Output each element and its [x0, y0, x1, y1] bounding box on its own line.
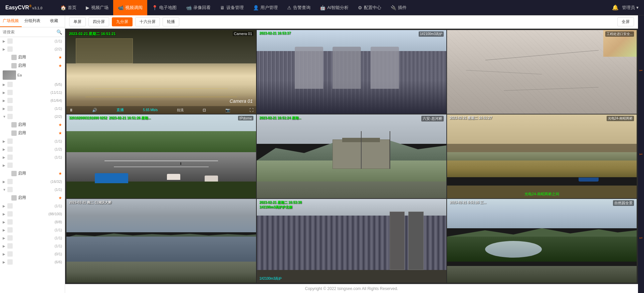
folder-icon — [7, 46, 13, 52]
list-item[interactable]: 启用 ★ — [0, 61, 65, 70]
list-item[interactable]: ▼ (1/1) — [0, 186, 65, 194]
list-item[interactable]: 启用 ★ — [0, 169, 65, 178]
tree-arrow-icon: ▶ — [3, 236, 7, 240]
list-item[interactable]: ▶ (1/1) — [0, 226, 65, 234]
alert-icon: ⚠ — [287, 5, 291, 10]
camera-cell-1[interactable]: 2023-02-21 星期二 16:51:21 Camera 01 ⏸ 🔊 直播… — [66, 30, 256, 114]
tree-arrow-icon: ▶ — [3, 204, 7, 208]
nav-ai-label: AI智能分析 — [327, 5, 349, 11]
list-item[interactable]: ▶ (1/1) — [0, 37, 65, 45]
star-icon: ★ — [58, 131, 62, 135]
list-item[interactable]: ▶ (1/1) — [0, 234, 65, 242]
tree-item-count: (1/1) — [54, 244, 62, 248]
camera-cell-4[interactable]: 3201020003191690 0252 2023-02-21 16:51:2… — [66, 114, 256, 198]
nav-device-label: 设备管理 — [226, 5, 244, 11]
list-item[interactable]: 启用 ★ — [0, 194, 65, 202]
sixteen-screen-button[interactable]: 十六分屏 — [135, 17, 160, 26]
list-item[interactable]: ▶ (1/1) — [0, 137, 65, 145]
camera-overlay-1: 2023-02-21 星期二 16:51:21 Camera 01 — [66, 30, 256, 38]
single-screen-button[interactable]: 单屏 — [69, 17, 86, 26]
camera-cell-9[interactable]: 2023-02-21 6:51:26 三... 自然园全景 — [447, 199, 637, 283]
fit-icon[interactable]: ⊡ — [203, 108, 206, 112]
admin-button[interactable]: 管理员 ▾ — [622, 5, 639, 11]
sidebar: 广场视频 分组列表 收藏 🔍 ▶ (1/1) ▶ (2/2) — [0, 15, 65, 293]
list-item[interactable]: Ea — [0, 70, 65, 80]
camera-overlay-7: 2023-02-21 南二 口湖滨大桥 — [66, 199, 256, 206]
nav-home-label: 首页 — [68, 5, 76, 11]
list-item[interactable]: ▶ (2/2) — [0, 45, 65, 53]
list-item[interactable]: ▶ (1/1) — [0, 242, 65, 250]
pause-icon[interactable]: ⏸ — [69, 108, 73, 112]
video-monitor-icon: 📹 — [118, 5, 124, 10]
nav-config[interactable]: ⚙ 配置中心 — [353, 0, 386, 15]
tab-venue[interactable]: 广场视频 — [0, 15, 22, 27]
tree-item-count: (11/11) — [50, 90, 62, 94]
camera-label-3: 工程处进口安全... — [605, 31, 634, 37]
fullscreen-button[interactable]: 全屏 — [617, 17, 634, 26]
camera-cell-5[interactable]: 2023-02-21 16:51:24 星期... 六安-息河桥 — [257, 114, 446, 198]
nav-home[interactable]: 🏠 首页 — [56, 0, 81, 15]
app-trademark: ® — [29, 4, 31, 8]
folder-icon — [7, 243, 13, 249]
device-icon: 🖥 — [220, 5, 225, 10]
tree-item-count: (2/2) — [54, 114, 62, 118]
nav-plugins[interactable]: 🔌 插件 — [386, 0, 411, 15]
user-icon: 👤 — [253, 5, 259, 10]
list-item[interactable]: ▶ (1/1) — [0, 153, 65, 161]
search-icon[interactable]: 🔍 — [56, 29, 62, 35]
sidebar-search-bar: 🔍 — [0, 27, 65, 37]
list-item[interactable]: ▶ (1/1) — [0, 202, 65, 210]
list-item[interactable]: ▶ (5/5) — [0, 80, 65, 88]
tree-item-label: 启用 — [18, 54, 58, 60]
list-item[interactable]: ▶ — [0, 161, 65, 169]
live-badge: 直播 — [117, 107, 124, 112]
tree-arrow-icon: ▶ — [3, 180, 7, 184]
camera-thumbnail — [3, 70, 16, 80]
list-item[interactable]: 启用 ★ — [0, 129, 65, 137]
camera-cell-8[interactable]: 2023-02-21 星期二 16:53:381#2190m3高炉炉北侧 1#2… — [257, 199, 446, 283]
list-item[interactable]: ▶ (1/1) — [0, 104, 65, 112]
nav-ai[interactable]: 🤖 AI智能分析 — [315, 0, 353, 15]
nine-screen-button[interactable]: 九分屏 — [112, 17, 133, 26]
tree-arrow-icon: ▶ — [3, 83, 7, 86]
camera-cell-6[interactable]: 2023-02-21 星期二 16:51:27 光电24-南昭两桥 光电24-南… — [447, 114, 637, 198]
nav-video-plaza[interactable]: ▶ 视频广场 — [81, 0, 113, 15]
list-item[interactable]: ▶ (6/6) — [0, 258, 65, 266]
list-item[interactable]: ▶ (8/8) — [0, 218, 65, 226]
tab-collect[interactable]: 收藏 — [43, 15, 65, 27]
camera-icon — [11, 171, 17, 176]
camera-cell-3[interactable]: 工程处进口安全... — [447, 30, 637, 114]
nav-user-mgmt[interactable]: 👤 用户管理 — [248, 0, 282, 15]
tour-button[interactable]: 轮播 — [163, 17, 179, 26]
main-nav: 🏠 首页 ▶ 视频广场 📹 视频调阅 📍 电子地图 📹 录像回看 🖥 设备管理 … — [56, 0, 612, 15]
list-item[interactable]: ▼ (2/2) — [0, 112, 65, 120]
camera-overlay-8: 2023-02-21 星期二 16:53:381#2190m3高炉炉北侧 — [257, 199, 446, 211]
list-item[interactable]: ▶ (16/32) — [0, 178, 65, 186]
camera-timestamp-9: 2023-02-21 6:51:26 三... — [450, 200, 486, 205]
list-item[interactable]: 启用 ★ — [0, 120, 65, 129]
tab-group[interactable]: 分组列表 — [22, 15, 43, 27]
nav-alert[interactable]: ⚠ 告警查询 — [282, 0, 315, 15]
camera-cell-7[interactable]: 2023-02-21 南二 口湖滨大桥 — [66, 199, 256, 283]
bell-icon[interactable]: 🔔 — [612, 4, 619, 11]
list-item[interactable]: ▶ (1/2) — [0, 145, 65, 153]
screenshot-icon[interactable]: 📷 — [225, 108, 230, 112]
camera-icon — [11, 63, 17, 68]
list-item[interactable]: ▶ (11/11) — [0, 88, 65, 96]
pull-stream-icon[interactable]: 拉流 — [177, 108, 184, 112]
nav-device-mgmt[interactable]: 🖥 设备管理 — [215, 0, 248, 15]
list-item[interactable]: ▶ (61/64) — [0, 96, 65, 104]
list-item[interactable]: 启用 ★ — [0, 53, 65, 61]
search-input[interactable] — [3, 30, 56, 34]
nav-replay[interactable]: 📹 录像回看 — [181, 0, 215, 15]
fullscreen-cam-icon[interactable]: ⛶ — [249, 108, 253, 112]
nav-map[interactable]: 📍 电子地图 — [147, 0, 181, 15]
sidebar-tabs: 广场视频 分组列表 收藏 — [0, 15, 65, 27]
volume-icon[interactable]: 🔊 — [92, 108, 97, 112]
folder-icon — [7, 203, 13, 209]
list-item[interactable]: ▶ (0/1) — [0, 250, 65, 258]
four-screen-button[interactable]: 四分屏 — [88, 17, 109, 26]
nav-video-monitor[interactable]: 📹 视频调阅 — [113, 0, 147, 15]
list-item[interactable]: ▶ (88/100) — [0, 210, 65, 218]
camera-cell-2[interactable]: 2023-02-21 16:53:37 1#2100m3高炉 — [257, 30, 446, 114]
